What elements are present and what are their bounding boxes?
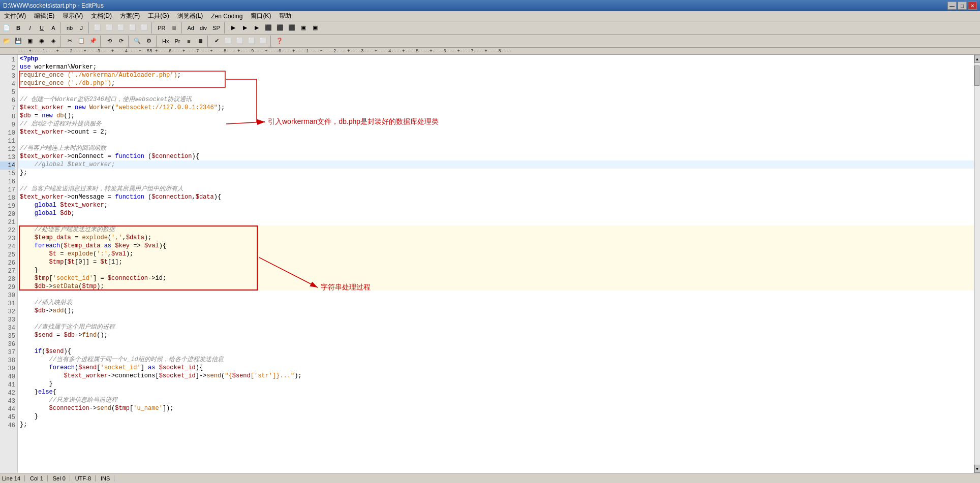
toolbar2-icon2[interactable]: ◉ — [36, 36, 47, 47]
line-num-32: 32 — [0, 308, 15, 316]
toolbar2-icon4[interactable]: ≡ — [183, 36, 194, 47]
settings-button[interactable]: ⚙ — [143, 36, 155, 47]
toolbar-icon8[interactable]: ▶ — [239, 22, 251, 34]
sep1 — [60, 22, 63, 34]
line-num-40: 40 — [0, 373, 15, 381]
status-bar: Line 14 Col 1 Sel 0 UTF-8 INS — [0, 473, 980, 483]
line-num-22: 22 — [0, 227, 15, 235]
redo-button[interactable]: ⟳ — [115, 36, 127, 47]
menu-zen[interactable]: Zen Coding — [207, 12, 247, 21]
editor-container: 1 2 3 4 5 6 7 8 9 10 11 12 13 14 15 16 1… — [0, 55, 980, 473]
toolbar-icon12[interactable]: ⬛ — [286, 22, 297, 34]
menu-tools[interactable]: 工具(G) — [144, 11, 173, 21]
code-line-20: global $db; — [18, 209, 974, 217]
scroll-up-button[interactable]: ▲ — [974, 55, 981, 63]
line-num-21: 21 — [0, 218, 15, 227]
toolbar-icon1[interactable]: ⬜ — [92, 22, 103, 34]
toolbar2-icon1[interactable]: ▣ — [24, 36, 36, 47]
save-button[interactable]: 💾 — [13, 36, 24, 47]
menu-window[interactable]: 窗口(K) — [247, 11, 275, 21]
menu-scheme[interactable]: 方案(F) — [116, 11, 144, 21]
toolbar2-icon5[interactable]: ≣ — [195, 36, 206, 47]
toolbar-icon14[interactable]: ▣ — [310, 22, 321, 34]
j-button[interactable]: J — [76, 22, 87, 34]
toolbar-icon5[interactable]: ⬜ — [139, 22, 150, 34]
right-scrollbar[interactable]: ▲ ▼ — [974, 55, 980, 473]
sep11 — [270, 36, 272, 47]
minimize-button[interactable]: — — [947, 2, 957, 10]
toolbar-icon7[interactable]: ▶ — [228, 22, 239, 34]
toolbar2-icon7[interactable]: ⬜ — [234, 36, 246, 47]
open-button[interactable]: 📂 — [1, 36, 12, 47]
bold-button[interactable]: B — [13, 22, 24, 34]
status-line: Line 14 — [2, 475, 25, 481]
menu-doc[interactable]: 文档(D) — [87, 11, 116, 21]
menu-view[interactable]: 显示(V) — [58, 11, 87, 21]
status-col: Col 1 — [30, 475, 48, 481]
code-line-2: use workerman\Worker; — [18, 63, 974, 71]
window-controls[interactable]: — □ ✕ — [947, 2, 977, 10]
toolbar2-icon8[interactable]: ⬜ — [246, 36, 257, 47]
code-line-4: require_once ('./db.php'); — [18, 79, 974, 87]
line-num-9: 9 — [0, 121, 15, 129]
sp-button[interactable]: SP — [210, 22, 223, 34]
toolbar-icon6[interactable]: ≣ — [169, 22, 180, 34]
undo-button[interactable]: ⟲ — [104, 36, 115, 47]
line-num-29: 29 — [0, 283, 15, 292]
toolbar-icon9[interactable]: ▶ — [251, 22, 262, 34]
code-line-30 — [18, 291, 974, 299]
code-line-10: $text_worker->count = 2; — [18, 128, 974, 136]
toolbar2-icon3[interactable]: ◈ — [48, 36, 59, 47]
code-area[interactable]: <?php use workerman\Worker; require_once… — [18, 55, 974, 473]
menu-help[interactable]: 帮助 — [275, 11, 295, 21]
scroll-track[interactable] — [974, 63, 980, 465]
toolbar-icon4[interactable]: ⬜ — [127, 22, 138, 34]
sep7 — [100, 36, 102, 47]
check-button[interactable]: ✔ — [211, 36, 222, 47]
sep6 — [60, 36, 63, 47]
line-num-13: 13 — [0, 153, 15, 162]
italic-button[interactable]: I — [24, 22, 36, 34]
close-button[interactable]: ✕ — [968, 2, 977, 10]
toolbar2-icon6[interactable]: ⬜ — [223, 36, 234, 47]
line-num-45: 45 — [0, 413, 15, 422]
cut-button[interactable]: ✂ — [64, 36, 75, 47]
toolbar-icon2[interactable]: ⬜ — [104, 22, 115, 34]
line-num-46: 46 — [0, 422, 15, 430]
menu-file[interactable]: 文件(W) — [0, 11, 30, 21]
pr-button[interactable]: PR — [155, 22, 168, 34]
sep2 — [88, 22, 90, 34]
line-num-26: 26 — [0, 259, 15, 267]
toolbar-icon10[interactable]: ⬛ — [263, 22, 274, 34]
toolbar2-icon9[interactable]: ⬜ — [258, 36, 269, 47]
help-button[interactable]: ❓ — [274, 36, 285, 47]
maximize-button[interactable]: □ — [958, 2, 967, 10]
hx-button[interactable]: Hx — [160, 36, 171, 47]
underline-button[interactable]: U — [36, 22, 47, 34]
line-num-39: 39 — [0, 365, 15, 373]
toolbar-icon13[interactable]: ▣ — [298, 22, 309, 34]
menu-bar: 文件(W) 编辑(E) 显示(V) 文档(D) 方案(F) 工具(G) 浏览器(… — [0, 11, 980, 21]
line-num-20: 20 — [0, 210, 15, 218]
code-line-13: $text_worker->onConnect = function ($con… — [18, 152, 974, 160]
toolbar-icon3[interactable]: ⬜ — [115, 22, 127, 34]
code-line-18: $text_worker->onMessage = function ($con… — [18, 193, 974, 201]
scroll-down-button[interactable]: ▼ — [974, 465, 981, 473]
line-num-28: 28 — [0, 275, 15, 283]
find-button[interactable]: 🔍 — [132, 36, 143, 47]
toolbar-icon11[interactable]: ⬛ — [274, 22, 286, 34]
copy-button[interactable]: 📋 — [76, 36, 87, 47]
paste-button[interactable]: 📌 — [87, 36, 99, 47]
scroll-thumb[interactable] — [974, 66, 979, 86]
font-button[interactable]: A — [48, 22, 59, 34]
code-line-9: // 启动2个进程对外提供服务 — [18, 120, 974, 128]
new-button[interactable]: 📄 — [1, 22, 12, 34]
line-num-19: 19 — [0, 202, 15, 210]
menu-edit[interactable]: 编辑(E) — [30, 11, 58, 21]
menu-browser[interactable]: 浏览器(L) — [173, 11, 207, 21]
ad-button[interactable]: Ad — [185, 22, 197, 34]
nb-button[interactable]: nb — [64, 22, 75, 34]
pr2-button[interactable]: Pr — [172, 36, 182, 47]
div-button[interactable]: div — [197, 22, 209, 34]
line-num-17: 17 — [0, 186, 15, 194]
